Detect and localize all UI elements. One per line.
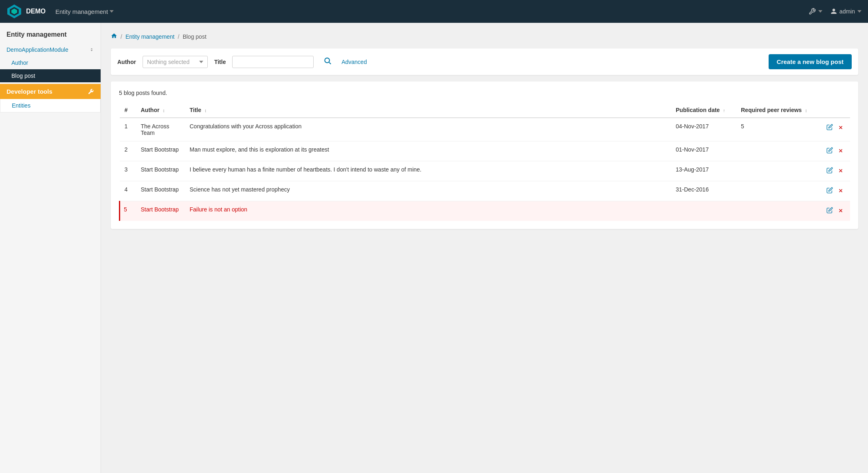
title-filter-input[interactable] [232,56,314,68]
admin-chevron-icon [857,10,861,13]
tools-menu[interactable] [809,8,822,15]
app-brand: DEMO [26,8,46,15]
row-reviews-4 [736,181,817,201]
search-icon [323,57,332,65]
sidebar: Entity management DemoApplicationModule … [0,23,101,473]
navbar-logo: DEMO [7,4,47,19]
wrench-dev-icon [88,88,94,95]
layout: Entity management DemoApplicationModule … [0,23,868,473]
table-row: 1The Across TeamCongratulations with you… [120,118,850,141]
row-reviews-2 [736,141,817,161]
row-title-5: Failure is not an option [185,201,671,221]
row-actions-1 [817,118,850,141]
row-title-2: Man must explore, and this is exploratio… [185,141,671,161]
edit-button-1[interactable] [825,123,835,133]
table-row: 3Start BootstrapI believe every human ha… [120,161,850,181]
blog-posts-table: # Author ↕ Title ↕ Publication date ↑ [119,103,850,221]
col-header-actions [817,103,850,118]
row-pubdate-2: 01-Nov-2017 [671,141,736,161]
row-pubdate-4: 31-Dec-2016 [671,181,736,201]
row-author-4: Start Bootstrap [136,181,185,201]
delete-button-2[interactable] [836,147,845,156]
delete-button-3[interactable] [836,167,845,176]
edit-button-4[interactable] [825,186,835,196]
nav-entity-label: Entity management [55,8,108,15]
breadcrumb-sep2: / [178,33,180,40]
navbar-right: admin [809,8,861,15]
breadcrumb-entity-management[interactable]: Entity management [125,33,175,40]
title-filter-label: Title [214,59,226,65]
sidebar-item-author[interactable]: Author [0,56,101,69]
author-sort-icon: ↕ [163,108,165,113]
edit-button-5[interactable] [825,206,835,216]
admin-label: admin [839,8,855,15]
row-num-1: 1 [120,118,136,141]
sidebar-module-demo[interactable]: DemoApplicationModule [0,43,101,56]
row-reviews-5 [736,201,817,221]
row-reviews-1: 5 [736,118,817,141]
row-title-3: I believe every human has a finite numbe… [185,161,671,181]
nav-chevron-icon [110,10,114,13]
row-pubdate-5 [671,201,736,221]
admin-menu[interactable]: admin [831,8,861,15]
row-actions-5 [817,201,850,221]
home-icon [111,33,117,39]
row-reviews-3 [736,161,817,181]
sidebar-module-sort-icon [89,47,94,52]
sidebar-entities-label: Entities [12,102,31,109]
author-select[interactable]: Nothing selected [143,56,208,68]
row-title-1: Congratulations with your Across applica… [185,118,671,141]
sidebar-blogpost-label: Blog post [11,73,35,79]
svg-point-3 [325,58,330,63]
tools-chevron-icon [818,10,822,13]
reviews-sort-icon: ↕ [805,108,807,113]
user-icon [831,8,837,15]
table-header: # Author ↕ Title ↕ Publication date ↑ [120,103,850,118]
logo-icon [7,4,22,19]
author-select-chevron [199,61,203,63]
col-header-num[interactable]: # [120,103,136,118]
col-header-pubdate[interactable]: Publication date ↑ [671,103,736,118]
delete-button-5[interactable] [836,207,845,216]
sidebar-module-label: DemoApplicationModule [7,46,68,53]
create-blog-post-button[interactable]: Create a new blog post [769,54,852,69]
table-row: 2Start BootstrapMan must explore, and th… [120,141,850,161]
sidebar-item-entities[interactable]: Entities [0,99,101,112]
table-row: 5Start BootstrapFailure is not an option [120,201,850,221]
sidebar-title: Entity management [0,23,101,43]
row-pubdate-1: 04-Nov-2017 [671,118,736,141]
row-actions-2 [817,141,850,161]
main-content: / Entity management / Blog post Author N… [101,23,868,473]
nav-entity-management[interactable]: Entity management [55,8,114,15]
row-author-5: Start Bootstrap [136,201,185,221]
author-select-value: Nothing selected [147,59,189,65]
advanced-button[interactable]: Advanced [341,59,367,65]
row-actions-3 [817,161,850,181]
results-count: 5 blog posts found. [119,90,850,96]
table-card: 5 blog posts found. # Author ↕ Title ↕ [111,81,858,229]
col-header-title[interactable]: Title ↕ [185,103,671,118]
table-row: 4Start BootstrapScience has not yet mast… [120,181,850,201]
delete-button-1[interactable] [836,124,845,133]
delete-button-4[interactable] [836,187,845,196]
row-author-2: Start Bootstrap [136,141,185,161]
svg-line-4 [330,62,331,64]
row-num-5: 5 [120,201,136,221]
row-num-3: 3 [120,161,136,181]
navbar: DEMO Entity management admin [0,0,868,23]
row-author-3: Start Bootstrap [136,161,185,181]
row-title-4: Science has not yet mastered prophecy [185,181,671,201]
sidebar-item-blogpost[interactable]: Blog post [0,69,101,82]
breadcrumb-home-link[interactable] [111,33,117,40]
row-author-1: The Across Team [136,118,185,141]
sidebar-developer-tools[interactable]: Developer tools [0,84,101,99]
col-header-author[interactable]: Author ↕ [136,103,185,118]
row-actions-4 [817,181,850,201]
edit-button-3[interactable] [825,166,835,176]
title-sort-icon: ↕ [204,108,207,113]
sidebar-author-label: Author [11,59,28,66]
col-header-reviews[interactable]: Required peer reviews ↕ [736,103,817,118]
edit-button-2[interactable] [825,146,835,156]
pubdate-sort-icon: ↑ [723,108,725,113]
search-button[interactable] [320,55,335,68]
